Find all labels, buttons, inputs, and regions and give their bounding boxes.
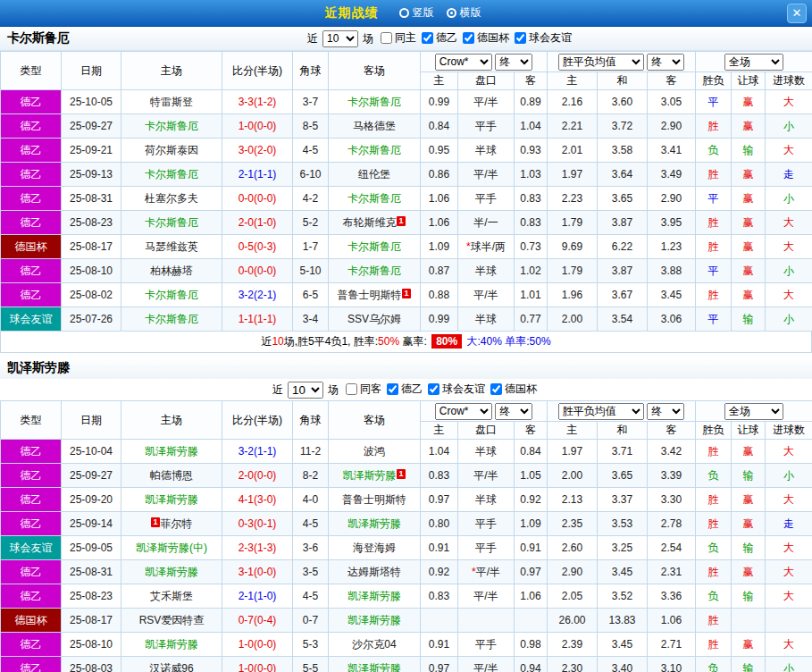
scope-select[interactable]: 全场 xyxy=(724,403,783,420)
goals-result-cell: 大 xyxy=(766,211,812,235)
asia-home-odds-cell: 0.83 xyxy=(421,584,458,609)
filter-checkbox[interactable]: 球会友谊 xyxy=(428,382,485,397)
recent-count-select[interactable]: 10 xyxy=(288,382,323,399)
near-label: 近 xyxy=(307,31,318,46)
filter-checkbox[interactable]: 球会友谊 xyxy=(515,30,572,46)
handicap-result-cell: 输 xyxy=(732,584,766,609)
filter-checkbox[interactable]: 德国杯 xyxy=(463,30,509,46)
match-row: 德乙25-09-27卡尔斯鲁厄1-0(0-0)8-5马格德堡0.84平手1.04… xyxy=(1,114,812,139)
asia-away-odds-cell: 0.93 xyxy=(515,139,548,163)
corner-cell: 1-7 xyxy=(293,235,329,259)
score-cell: 0-3(0-1) xyxy=(222,512,293,536)
odds-time-select[interactable]: 终 xyxy=(495,54,532,71)
col-eu-away: 客 xyxy=(648,422,696,440)
filter-checkbox[interactable]: 德乙 xyxy=(422,30,457,46)
view-mode-radio[interactable]: 横版 xyxy=(447,5,481,21)
checkbox-input[interactable] xyxy=(515,32,526,44)
europe-odds-group: 胜平负均值 终 xyxy=(548,52,696,72)
europe-odds-select[interactable]: 胜平负均值 xyxy=(558,54,644,71)
checkbox-label: 同客 xyxy=(360,382,381,397)
handicap-result-cell: 输 xyxy=(732,464,766,488)
score-cell: 1-0(0-0) xyxy=(222,657,293,672)
filter-checkbox[interactable]: 同主 xyxy=(381,30,416,46)
checkbox-label: 德国杯 xyxy=(505,382,537,397)
europe-draw-odds-cell: 3.52 xyxy=(598,584,648,609)
summary-segment: 50% xyxy=(530,335,551,348)
handicap-result-cell: 赢 xyxy=(732,283,766,307)
view-mode-radio[interactable]: 竖版 xyxy=(399,5,434,21)
league-type-cell: 德国杯 xyxy=(1,235,62,259)
date-cell: 25-09-27 xyxy=(62,464,121,488)
winloss-result-cell: 胜 xyxy=(696,114,732,139)
asia-away-odds-cell: 0.89 xyxy=(515,90,548,114)
league-type-cell: 德乙 xyxy=(1,440,62,464)
europe-time-select[interactable]: 终 xyxy=(647,403,684,420)
checkbox-input[interactable] xyxy=(428,383,439,395)
checkbox-input[interactable] xyxy=(490,383,502,395)
checkbox-input[interactable] xyxy=(463,32,474,44)
handicap-line-cell: *球半/两 xyxy=(458,235,515,259)
col-type: 类型 xyxy=(1,401,62,440)
team-text: 波鸿 xyxy=(364,445,385,458)
team-text: 特雷斯登 xyxy=(150,96,193,108)
league-type-cell: 德乙 xyxy=(1,488,62,512)
home-team-cell: 杜塞尔多夫 xyxy=(121,187,222,211)
winloss-result-cell: 胜 xyxy=(696,633,732,657)
team-text: 卡尔斯鲁厄 xyxy=(347,192,401,205)
goals-result-cell: 走 xyxy=(766,163,812,187)
handicap-line-cell: 平/半 xyxy=(458,90,515,114)
recent-count-select[interactable]: 10 xyxy=(322,30,358,47)
checkbox-input[interactable] xyxy=(346,383,357,395)
score-cell: 0-0(0-0) xyxy=(222,187,293,211)
handicap-line-cell: 平手 xyxy=(458,536,515,560)
asia-away-odds-cell: 1.01 xyxy=(515,283,548,307)
goals-result-cell: 小 xyxy=(766,187,812,211)
handicap-line-cell: 平/半 xyxy=(458,464,515,488)
europe-odds-select[interactable]: 胜平负均值 xyxy=(558,403,644,420)
scope-select[interactable]: 全场 xyxy=(724,54,783,71)
filter-checkbox[interactable]: 德乙 xyxy=(387,382,423,397)
corner-cell: 8-2 xyxy=(293,464,329,488)
team-text: 荷尔斯泰因 xyxy=(145,144,198,156)
match-row: 德国杯25-08-17RSV爱因特查0-7(0-4)0-7凯泽斯劳滕26.001… xyxy=(1,609,812,633)
checkbox-input[interactable] xyxy=(381,32,392,44)
handicap-line-cell: 平手 xyxy=(458,187,515,211)
europe-away-odds-cell: 3.36 xyxy=(648,584,696,609)
away-team-cell: 凯泽斯劳滕 xyxy=(329,657,421,672)
odds-source-select[interactable]: Crow* xyxy=(435,54,492,71)
date-cell: 25-10-04 xyxy=(62,440,121,464)
goals-result-cell: 大 xyxy=(766,633,812,657)
col-away: 客场 xyxy=(329,52,421,90)
goals-result-cell: 大 xyxy=(766,440,812,464)
winloss-result-cell: 负 xyxy=(696,464,732,488)
odds-time-select[interactable]: 终 xyxy=(495,403,532,420)
match-row: 德乙25-08-03汉诺威961-0(0-0)5-5凯泽斯劳滕0.97平/半0.… xyxy=(1,657,812,672)
filter-checkbox[interactable]: 德国杯 xyxy=(490,382,537,397)
result-group: 全场 xyxy=(696,401,812,422)
europe-time-select[interactable]: 终 xyxy=(647,54,684,71)
winloss-result-cell: 负 xyxy=(696,139,732,163)
europe-home-odds-cell: 1.79 xyxy=(548,211,598,235)
checkbox-input[interactable] xyxy=(422,32,433,44)
score-cell: 2-1(1-1) xyxy=(222,163,293,187)
close-button[interactable]: ✕ xyxy=(787,4,807,23)
europe-away-odds-cell: 3.06 xyxy=(648,307,696,332)
red-card-badge: 1 xyxy=(397,469,405,479)
team-text: 卡尔斯鲁厄 xyxy=(347,96,401,108)
checkbox-input[interactable] xyxy=(387,383,398,395)
score-cell: 1-0(0-0) xyxy=(222,114,293,139)
filter-checkbox[interactable]: 同客 xyxy=(346,382,381,397)
odds-source-select[interactable]: Crow* xyxy=(435,403,492,420)
col-away: 客场 xyxy=(329,401,421,440)
handicap-line-cell: 平手 xyxy=(458,114,515,139)
radio-label: 竖版 xyxy=(413,5,434,21)
team1-filters: 近 10 场 同主德乙德国杯球会友谊 xyxy=(70,30,812,47)
col-handicap: 盘口 xyxy=(458,422,515,440)
goals-result-cell: 小 xyxy=(766,259,812,283)
match-row: 球会友谊25-09-05凯泽斯劳滕(中)2-3(1-3)3-6海登海姆0.91平… xyxy=(1,536,812,560)
radio-icon xyxy=(447,8,456,18)
away-team-cell: 凯泽斯劳滕1 xyxy=(329,464,421,488)
europe-home-odds-cell: 2.16 xyxy=(548,90,598,114)
europe-away-odds-cell: 2.78 xyxy=(648,512,696,536)
date-cell: 25-08-02 xyxy=(62,283,121,307)
